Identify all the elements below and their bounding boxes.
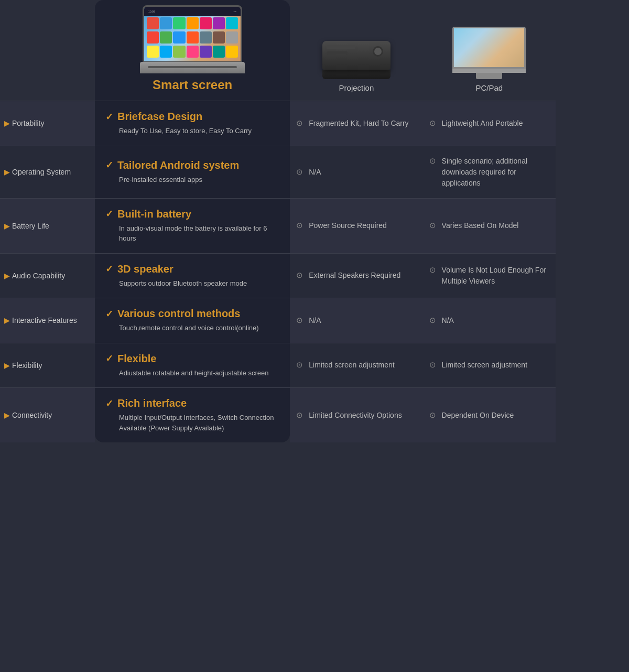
warning-icon-proj-3: ⊙	[296, 270, 303, 280]
projection-cell-3: ⊙ External Speakers Required	[290, 253, 422, 298]
warning-icon-proj-6: ⊙	[296, 410, 303, 420]
arrow-icon-6: ▶	[4, 411, 10, 419]
smart-feature-desc-0: Ready To Use, Easy to store, Easy To Car…	[105, 126, 279, 136]
table-row: ▶Interactive Features ✓ Various control …	[0, 298, 556, 343]
arrow-icon-0: ▶	[4, 119, 10, 127]
pc-cell-3: ⊙ Volume Is Not Loud Enough For Multiple…	[423, 253, 556, 298]
smart-feature-title-4: ✓ Various control methods	[105, 308, 279, 320]
warning-icon-pc-5: ⊙	[429, 360, 436, 370]
projection-text-0: Fragmented Kit, Hard To Carry	[309, 118, 408, 129]
projection-text-3: External Speakers Required	[309, 270, 400, 281]
check-icon-5: ✓	[105, 353, 113, 364]
comparison-table: 10:09 ▪▪▪	[0, 0, 556, 442]
smart-cell-3: ✓ 3D speaker Supports outdoor Bluetooth …	[95, 253, 290, 298]
smart-feature-desc-5: Adiustable rotatable and height-adjustab…	[105, 368, 279, 378]
pc-text-6: Dependent On Device	[442, 410, 514, 421]
check-icon-3: ✓	[105, 263, 113, 275]
pc-text-4: N/A	[442, 315, 454, 326]
table-row: ▶Audio Capability ✓ 3D speaker Supports …	[0, 253, 556, 298]
warning-icon-pc-0: ⊙	[429, 118, 436, 128]
arrow-icon-3: ▶	[4, 272, 10, 280]
warning-icon-proj-5: ⊙	[296, 360, 303, 370]
smart-cell-5: ✓ Flexible Adiustable rotatable and heig…	[95, 343, 290, 388]
feature-label-4: ▶Interactive Features	[0, 298, 95, 343]
projection-cell-6: ⊙ Limited Connectivity Options	[290, 388, 422, 443]
pc-header: PC/Pad	[423, 0, 556, 101]
pc-cell-2: ⊙ Varies Based On Model	[423, 198, 556, 253]
warning-icon-pc-4: ⊙	[429, 316, 436, 325]
pc-text-0: Lightweight And Portable	[442, 118, 523, 129]
projection-label: Projection	[294, 83, 418, 92]
smart-feature-title-1: ✓ Tailored Android system	[105, 159, 279, 171]
table-row: ▶Battery Life ✓ Built-in battery In audi…	[0, 198, 556, 253]
pc-cell-0: ⊙ Lightweight And Portable	[423, 101, 556, 146]
pc-text-1: Single scenario; additional downloads re…	[442, 156, 549, 189]
table-row: ▶Portability ✓ Briefcase Design Ready To…	[0, 101, 556, 146]
feature-label-2: ▶Battery Life	[0, 198, 95, 253]
arrow-icon-1: ▶	[4, 168, 10, 176]
smart-cell-4: ✓ Various control methods Touch,remote c…	[95, 298, 290, 343]
smart-screen-image: 10:09 ▪▪▪	[99, 5, 286, 73]
arrow-icon-2: ▶	[4, 222, 10, 230]
smart-cell-2: ✓ Built-in battery In audio-visual mode …	[95, 198, 290, 253]
smart-feature-desc-3: Supports outdoor Bluetooth speaker mode	[105, 278, 279, 289]
pc-cell-1: ⊙ Single scenario; additional downloads …	[423, 146, 556, 198]
smart-feature-desc-1: Pre-installed essential apps	[105, 175, 279, 185]
smart-feature-desc-6: Multiple Input/Output Interfaces, Switch…	[105, 413, 279, 433]
projection-header: Projection	[290, 0, 422, 101]
projection-cell-1: ⊙ N/A	[290, 146, 422, 198]
arrow-icon-5: ▶	[4, 361, 10, 370]
pc-text-5: Limited screen adjustment	[442, 360, 527, 371]
pc-label: PC/Pad	[427, 83, 551, 92]
pc-text-3: Volume Is Not Loud Enough For Multiple V…	[442, 265, 549, 287]
smart-feature-title-2: ✓ Built-in battery	[105, 208, 279, 220]
smart-cell-0: ✓ Briefcase Design Ready To Use, Easy to…	[95, 101, 290, 146]
pc-image	[427, 16, 551, 79]
table-row: ▶Flexibility ✓ Flexible Adiustable rotat…	[0, 343, 556, 388]
warning-icon-proj-1: ⊙	[296, 167, 303, 177]
smart-feature-desc-4: Touch,remote control and voice control(o…	[105, 323, 279, 333]
smart-feature-title-5: ✓ Flexible	[105, 353, 279, 365]
projection-text-5: Limited screen adjustment	[309, 360, 394, 371]
smart-feature-title-3: ✓ 3D speaker	[105, 263, 279, 275]
projection-cell-5: ⊙ Limited screen adjustment	[290, 343, 422, 388]
warning-icon-pc-6: ⊙	[429, 410, 436, 420]
check-icon-1: ✓	[105, 159, 113, 171]
projection-text-6: Limited Connectivity Options	[309, 410, 402, 421]
smart-cell-1: ✓ Tailored Android system Pre-installed …	[95, 146, 290, 198]
projection-text-2: Power Source Required	[309, 220, 387, 231]
pc-cell-6: ⊙ Dependent On Device	[423, 388, 556, 443]
smart-screen-header: 10:09 ▪▪▪	[95, 0, 290, 101]
pc-cell-4: ⊙ N/A	[423, 298, 556, 343]
feature-label-6: ▶Connectivity	[0, 388, 95, 443]
projection-cell-4: ⊙ N/A	[290, 298, 422, 343]
smart-feature-title-6: ✓ Rich interface	[105, 397, 279, 409]
feature-label-5: ▶Flexibility	[0, 343, 95, 388]
check-icon-0: ✓	[105, 111, 113, 123]
projection-image	[294, 16, 418, 79]
pc-text-2: Varies Based On Model	[442, 220, 519, 231]
projection-text-4: N/A	[309, 315, 321, 326]
table-row: ▶Connectivity ✓ Rich interface Multiple …	[0, 388, 556, 443]
warning-icon-proj-2: ⊙	[296, 221, 303, 230]
warning-icon-pc-3: ⊙	[429, 265, 436, 275]
feature-label-3: ▶Audio Capability	[0, 253, 95, 298]
projection-text-1: N/A	[309, 167, 321, 178]
smart-screen-label: Smart screen	[99, 78, 286, 92]
check-icon-2: ✓	[105, 208, 113, 220]
warning-icon-pc-1: ⊙	[429, 156, 436, 166]
check-icon-6: ✓	[105, 398, 113, 409]
pc-cell-5: ⊙ Limited screen adjustment	[423, 343, 556, 388]
smart-feature-desc-2: In audio-visual mode the battery is avai…	[105, 223, 279, 244]
feature-label-1: ▶Operating System	[0, 146, 95, 198]
projection-cell-0: ⊙ Fragmented Kit, Hard To Carry	[290, 101, 422, 146]
header-row: 10:09 ▪▪▪	[0, 0, 556, 101]
check-icon-4: ✓	[105, 308, 113, 320]
feature-col-header	[0, 0, 95, 101]
feature-label-0: ▶Portability	[0, 101, 95, 146]
projection-cell-2: ⊙ Power Source Required	[290, 198, 422, 253]
warning-icon-proj-0: ⊙	[296, 118, 303, 128]
table-row: ▶Operating System ✓ Tailored Android sys…	[0, 146, 556, 198]
warning-icon-proj-4: ⊙	[296, 316, 303, 325]
smart-cell-6: ✓ Rich interface Multiple Input/Output I…	[95, 388, 290, 443]
